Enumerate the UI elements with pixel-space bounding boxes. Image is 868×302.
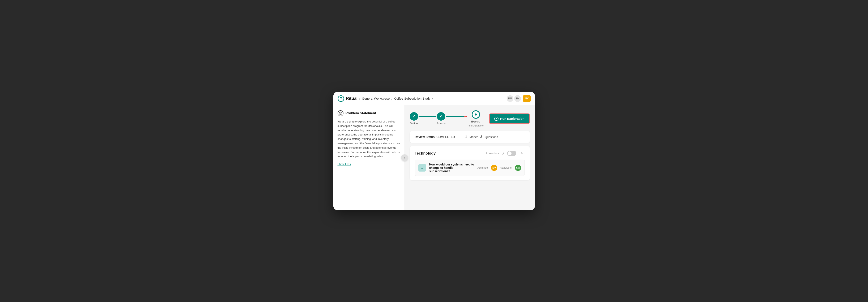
step-define: ✓ Define (410, 112, 418, 125)
run-exploration-button[interactable]: ▶ Run Exploration (489, 113, 530, 124)
question-number-1: 1 (418, 164, 426, 172)
ritual-logo-icon (338, 95, 344, 102)
steps-container: ✓ Define ✓ Source (410, 110, 484, 127)
matter-count: 1 (465, 135, 467, 139)
breadcrumb: / General Workspace / Coffee Subscriptio… (359, 96, 433, 101)
step-source-circle: ✓ (437, 112, 445, 121)
avatar-sm-small[interactable]: SM (514, 95, 521, 102)
chevron-right-icon: › (404, 156, 405, 159)
tech-header: Technology 2 questions ∧ ✎ (415, 150, 525, 156)
check-icon-define: ✓ (412, 114, 415, 119)
sidebar-title: Problem Statement (346, 111, 376, 115)
header: Ritual / General Workspace / Coffee Subs… (333, 92, 535, 105)
svg-point-1 (340, 98, 342, 99)
main-layout: Problem Statement We are trying to explo… (333, 105, 535, 210)
status-counts: 1 Matter 3 Questions (465, 135, 498, 139)
chevron-up-icon[interactable]: ∧ (502, 152, 505, 156)
logo-area: Ritual (338, 95, 358, 102)
review-status-label: Review Status: (415, 135, 436, 139)
step-explore: Explore Run Exploration (467, 110, 484, 127)
progress-section: ✓ Define ✓ Source (410, 110, 530, 127)
sidebar-content: We are trying to explore the potential o… (338, 120, 400, 159)
question-meta-1: Assignee: MV Reviewers: SM (477, 165, 521, 171)
step-line-2 (446, 116, 464, 116)
step-explore-circle (472, 110, 480, 119)
assignee-label: Assignee: (477, 166, 489, 169)
sidebar-header: Problem Statement (338, 110, 400, 116)
avatar-mv-header[interactable]: MV (523, 95, 531, 102)
assignee-avatar[interactable]: MV (491, 165, 497, 171)
step-source-label: Source (437, 122, 445, 125)
step-arrow-icon: → (463, 114, 467, 119)
svg-point-2 (339, 112, 342, 115)
review-status-value: COMPLETED (436, 135, 455, 139)
problem-icon (338, 110, 343, 116)
matter-label: Matter (470, 135, 478, 139)
step-line-1 (418, 116, 436, 116)
review-status: Review Status: COMPLETED (415, 135, 455, 139)
status-divider (460, 134, 460, 139)
avatar-group: MV SM (507, 95, 521, 102)
edit-icon: ✎ (521, 152, 523, 155)
run-exploration-label: Run Exploration (500, 117, 525, 121)
show-less-link[interactable]: Show Less (338, 163, 351, 166)
step-explore-label: Explore (471, 120, 480, 123)
header-right: MV SM MV (507, 95, 531, 102)
step-define-circle: ✓ (410, 112, 418, 121)
step-source: ✓ Source (437, 112, 445, 125)
status-bar: Review Status: COMPLETED 1 Matter 3 Ques… (410, 131, 530, 143)
breadcrumb-sep-1: / (359, 96, 360, 101)
tech-edit-button[interactable]: ✎ (519, 150, 525, 156)
tech-questions-count: 2 questions (486, 152, 500, 155)
breadcrumb-study[interactable]: Coffee Subscription Study ∨ (394, 97, 433, 100)
tech-meta: 2 questions ∧ ✎ (486, 150, 525, 156)
breadcrumb-sep-2: / (391, 96, 392, 101)
sidebar: Problem Statement We are trying to explo… (333, 105, 405, 210)
check-icon-source: ✓ (440, 114, 443, 119)
svg-point-3 (340, 113, 341, 114)
play-icon: ▶ (494, 116, 498, 121)
step-explore-sublabel: Run Exploration (467, 124, 484, 127)
question-row-1: 1 How would our systems need to change t… (415, 160, 525, 176)
app-container: Ritual / General Workspace / Coffee Subs… (333, 92, 535, 210)
step-define-label: Define (410, 122, 418, 125)
question-text-1: How would our systems need to change to … (429, 163, 474, 173)
reviewer-avatar[interactable]: SM (515, 165, 521, 171)
questions-count: 3 (480, 135, 482, 139)
collapse-sidebar-button[interactable]: › (401, 154, 408, 161)
technology-section: Technology 2 questions ∧ ✎ 1 How would o… (410, 146, 530, 180)
questions-label: Questions (485, 135, 498, 139)
tech-title: Technology (415, 151, 486, 156)
content-area: ✓ Define ✓ Source (405, 105, 535, 210)
avatar-mv-small[interactable]: MV (507, 95, 514, 102)
logo-text: Ritual (346, 96, 358, 101)
reviewers-label: Reviewers: (500, 166, 512, 169)
tech-toggle[interactable] (507, 151, 516, 156)
chevron-down-icon: ∨ (431, 97, 433, 100)
breadcrumb-workspace[interactable]: General Workspace (362, 97, 390, 100)
